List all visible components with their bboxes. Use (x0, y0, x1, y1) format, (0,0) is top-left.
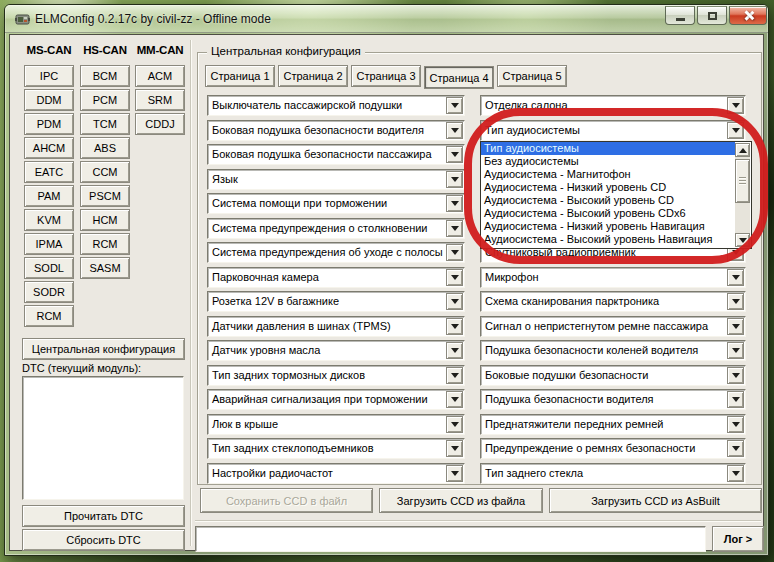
dropdown-arrow-icon[interactable] (446, 318, 463, 335)
tab-page-2[interactable]: Страница 2 (278, 65, 348, 87)
module-button-rcm-hs[interactable]: RCM (80, 233, 130, 255)
dropdown-rear-brake-disc-type[interactable]: Тип задних тормозных дисков (207, 365, 465, 386)
dropdown-arrow-icon[interactable] (727, 318, 744, 335)
minimize-button[interactable] (665, 6, 695, 25)
module-button-ahcm[interactable]: AHCM (24, 137, 74, 159)
list-item[interactable]: Аудиосистема - Низкий уровень Навигация (481, 220, 735, 233)
dropdown-language[interactable]: Язык (207, 169, 465, 190)
dropdown-arrow-icon[interactable] (446, 269, 463, 286)
module-button-bcm[interactable]: BCM (80, 65, 130, 87)
dropdown-arrow-icon[interactable] (727, 293, 744, 310)
dropdown-arrow-icon[interactable] (446, 97, 463, 114)
audio-system-type-open-list[interactable]: Тип аудиосистемы Без аудиосистемы Аудиос… (480, 141, 752, 249)
module-button-eatc[interactable]: EATC (24, 161, 74, 183)
list-item[interactable]: Аудиосистема - Высокий уровень CD (481, 194, 735, 207)
scrollbar-thumb[interactable] (735, 159, 750, 203)
dropdown-arrow-icon[interactable] (446, 342, 463, 359)
module-button-hcm[interactable]: HCM (80, 209, 130, 231)
dropdown-audio-system-type[interactable]: Тип аудиосистемы (480, 120, 746, 141)
title-bar[interactable]: ELMConfig 0.2.17c by civil-zz - Offline … (5, 5, 768, 33)
dropdown-arrow-icon[interactable] (446, 171, 463, 188)
tab-page-3[interactable]: Страница 3 (351, 65, 421, 87)
dropdown-microphone[interactable]: Микрофон (480, 267, 746, 288)
module-button-sodr[interactable]: SODR (24, 281, 74, 303)
list-item-selected[interactable]: Тип аудиосистемы (481, 142, 735, 155)
maximize-button[interactable] (697, 6, 727, 25)
dropdown-arrow-icon[interactable] (727, 440, 744, 457)
read-dtc-button[interactable]: Прочитать DTC (22, 505, 185, 527)
list-item[interactable]: Аудиосистема - Высокий уровень CDx6 (481, 207, 735, 220)
list-item[interactable]: Аудиосистема - Магнитофон (481, 168, 735, 181)
dropdown-driver-airbag[interactable]: Подушка безопасности водителя (480, 389, 746, 410)
module-button-cddj[interactable]: CDDJ (135, 113, 185, 135)
dropdown-passenger-airbag-switch[interactable]: Выключатель пассажирской подушки (207, 95, 465, 116)
dropdown-arrow-icon[interactable] (446, 146, 463, 163)
dropdown-side-airbags[interactable]: Боковые подушки безопасности (480, 365, 746, 386)
dropdown-passenger-belt-signal[interactable]: Сигнал о непристегнутом ремне пассажира (480, 316, 746, 337)
module-button-ipma[interactable]: IPMA (24, 233, 74, 255)
module-button-pam[interactable]: PAM (24, 185, 74, 207)
dropdown-passenger-side-airbag[interactable]: Боковая подушка безопасности пассажира (207, 144, 465, 165)
dropdown-arrow-icon[interactable] (446, 122, 463, 139)
dropdown-radio-frequency-settings[interactable]: Настройки радиочастот (207, 463, 465, 484)
tab-page-1[interactable]: Страница 1 (205, 65, 275, 87)
module-button-acm[interactable]: ACM (135, 65, 185, 87)
dropdown-rear-window-lifters[interactable]: Тип задних стеклоподъемников (207, 438, 465, 459)
list-scrollbar[interactable] (735, 143, 750, 247)
dropdown-trunk-12v-socket[interactable]: Розетка 12V в багажнике (207, 291, 465, 312)
tab-page-5[interactable]: Страница 5 (497, 65, 567, 87)
module-button-sodl[interactable]: SODL (24, 257, 74, 279)
dropdown-arrow-icon[interactable] (446, 465, 463, 482)
scroll-down-button[interactable] (735, 233, 750, 247)
dropdown-front-belt-pretensioners[interactable]: Преднатяжители передних ремней (480, 414, 746, 435)
dropdown-lane-departure-warning[interactable]: Система предупреждения об уходе с полосы (207, 242, 465, 263)
scroll-up-button[interactable] (735, 143, 750, 157)
module-button-pcm[interactable]: PCM (80, 89, 130, 111)
dropdown-arrow-icon[interactable] (727, 391, 744, 408)
log-input[interactable] (195, 526, 706, 552)
list-item[interactable]: Без аудиосистемы (481, 155, 735, 168)
dropdown-arrow-icon[interactable] (446, 416, 463, 433)
central-config-button[interactable]: Центральная конфигурация (22, 338, 185, 360)
clear-dtc-button[interactable]: Сбросить DTC (22, 529, 185, 551)
list-item[interactable]: Аудиосистема - Высокий уровень Навигация (481, 233, 735, 246)
module-button-ccm[interactable]: CCM (80, 161, 130, 183)
dtc-listbox[interactable] (22, 376, 184, 500)
dropdown-sunroof[interactable]: Люк в крыше (207, 414, 465, 435)
load-ccd-from-file-button[interactable]: Загрузить CCD из файла (379, 488, 543, 513)
dropdown-arrow-icon[interactable] (446, 220, 463, 237)
dropdown-arrow-icon[interactable] (446, 440, 463, 457)
dropdown-oil-level-sensor[interactable]: Датчик уровня масла (207, 340, 465, 361)
dropdown-arrow-icon[interactable] (446, 293, 463, 310)
dropdown-tpms[interactable]: Датчики давления в шинах (TPMS) (207, 316, 465, 337)
close-button[interactable] (729, 6, 767, 25)
dropdown-arrow-icon[interactable] (727, 465, 744, 482)
dropdown-arrow-icon[interactable] (727, 269, 744, 286)
tab-page-4[interactable]: Страница 4 (424, 66, 494, 89)
module-button-abs[interactable]: ABS (80, 137, 130, 159)
log-toggle-button[interactable]: Лог > (712, 526, 764, 552)
module-button-pscm[interactable]: PSCM (80, 185, 130, 207)
dropdown-arrow-icon[interactable] (727, 367, 744, 384)
module-button-rcm-ms[interactable]: RCM (24, 305, 74, 327)
list-item[interactable]: Аудиосистема - Низкий уровень CD (481, 181, 735, 194)
module-button-srm[interactable]: SRM (135, 89, 185, 111)
dropdown-brake-assist[interactable]: Система помощи при торможении (207, 193, 465, 214)
dropdown-arrow-icon[interactable] (446, 391, 463, 408)
dropdown-emergency-brake-signal[interactable]: Аварийная сигнализация при торможении (207, 389, 465, 410)
module-button-sasm[interactable]: SASM (80, 257, 130, 279)
dropdown-driver-side-airbag[interactable]: Боковая подушка безопасности водителя (207, 120, 465, 141)
dropdown-rear-glass-type[interactable]: Тип заднего стекла (480, 463, 746, 484)
load-ccd-from-asbuilt-button[interactable]: Загрузить CCD из AsBuilt (549, 488, 762, 513)
module-button-kvm[interactable]: KVM (24, 209, 74, 231)
dropdown-arrow-icon[interactable] (446, 195, 463, 212)
dropdown-arrow-icon[interactable] (727, 416, 744, 433)
dropdown-arrow-icon[interactable] (727, 97, 744, 114)
dropdown-parking-camera[interactable]: Парковочная камера (207, 267, 465, 288)
dropdown-arrow-icon[interactable] (727, 122, 744, 139)
dropdown-interior-trim[interactable]: Отделка салона (480, 95, 746, 116)
dropdown-seatbelt-warning[interactable]: Предупреждение о ремнях безопасности (480, 438, 746, 459)
dropdown-driver-knee-airbag[interactable]: Подушка безопасности коленей водителя (480, 340, 746, 361)
dropdown-parktronic-scan-scheme[interactable]: Схема сканирования парктроника (480, 291, 746, 312)
dropdown-arrow-icon[interactable] (446, 244, 463, 261)
